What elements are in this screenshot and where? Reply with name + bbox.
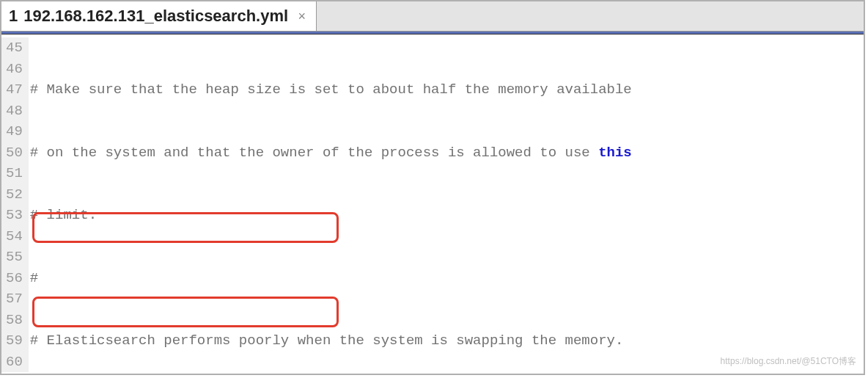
comment-text: # limit. <box>30 205 97 226</box>
tab-number: 1 <box>9 7 18 26</box>
code-editor[interactable]: 45 46 47 48 49 50 51 52 53 54 55 56 57 5… <box>1 34 864 375</box>
line-number: 46 <box>6 59 23 80</box>
line-number: 55 <box>6 247 23 268</box>
keyword: this <box>598 142 632 164</box>
line-number: 52 <box>6 184 23 206</box>
code-line: # Make sure that the heap size is set to… <box>29 79 864 101</box>
code-area[interactable]: # Make sure that the heap size is set to… <box>29 37 864 375</box>
line-number: 60 <box>6 352 23 373</box>
editor-window: 1 192.168.162.131_elasticsearch.yml × 45… <box>0 0 865 375</box>
tab-bar: 1 192.168.162.131_elasticsearch.yml × <box>1 1 864 32</box>
line-number: 58 <box>6 310 23 331</box>
line-number: 51 <box>6 163 23 184</box>
code-line: # limit. <box>29 205 864 226</box>
line-number: 49 <box>6 121 23 142</box>
line-number: 57 <box>6 288 23 310</box>
line-number: 48 <box>6 101 23 122</box>
comment-text: # <box>30 268 38 289</box>
line-number: 50 <box>6 142 23 164</box>
line-number: 45 <box>6 37 23 59</box>
tab-label: 192.168.162.131_elasticsearch.yml <box>23 7 292 26</box>
line-number: 59 <box>6 330 23 352</box>
comment-text: # on the system and that the owner of th… <box>30 142 598 164</box>
comment-text: # Elasticsearch performs poorly when the… <box>30 330 624 352</box>
gutter: 45 46 47 48 49 50 51 52 53 54 55 56 57 5… <box>1 37 29 372</box>
comment-text: # Make sure that the heap size is set to… <box>30 79 632 101</box>
code-line: # <box>29 268 864 289</box>
file-tab[interactable]: 1 192.168.162.131_elasticsearch.yml × <box>1 1 317 31</box>
watermark-text: https://blog.csdn.net/@51CTO博客 <box>721 355 856 368</box>
line-number: 47 <box>6 79 23 101</box>
code-line: # on the system and that the owner of th… <box>29 142 864 164</box>
line-number: 56 <box>6 268 23 289</box>
line-number: 54 <box>6 226 23 247</box>
code-line: # Elasticsearch performs poorly when the… <box>29 330 864 352</box>
line-number: 53 <box>6 205 23 226</box>
close-icon[interactable]: × <box>298 9 306 24</box>
